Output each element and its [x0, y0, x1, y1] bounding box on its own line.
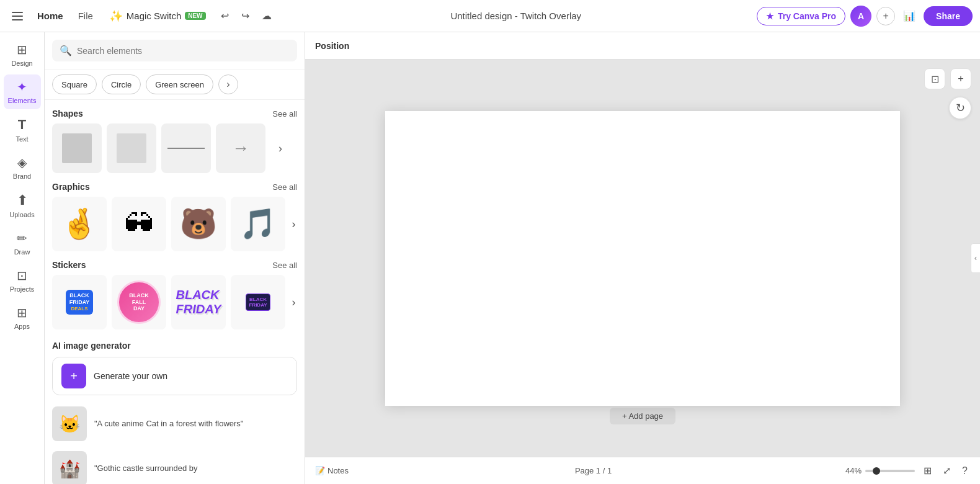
- zoom-level: 44%: [838, 466, 862, 475]
- filter-circle[interactable]: Circle: [102, 74, 141, 94]
- sticker-friday: BLACKFRIDAY: [176, 288, 221, 316]
- menu-button[interactable]: [7, 6, 27, 26]
- design-icon: ⊞: [17, 42, 27, 57]
- filter-square[interactable]: Square: [52, 74, 97, 94]
- quick-filters: Square Circle Green screen ›: [45, 69, 305, 100]
- menu-icon: [12, 16, 23, 17]
- graphic-item-1[interactable]: 🤞: [52, 197, 107, 251]
- ai-sample-text-2: "Gothic castle surrounded by: [94, 463, 197, 474]
- generate-button[interactable]: + Generate your own: [52, 357, 297, 395]
- magic-switch-button[interactable]: ✨ Magic Switch NEW: [103, 7, 212, 25]
- topbar-left: Home File ✨ Magic Switch NEW ↩ ↪ ☁: [7, 6, 275, 26]
- sidebar-label-draw: Draw: [14, 248, 30, 256]
- ai-thumb-1: 🐱: [52, 406, 87, 441]
- fullscreen-button[interactable]: ⤢: [940, 462, 953, 479]
- shapes-row: → ›: [52, 123, 297, 173]
- search-icon: 🔍: [60, 45, 72, 56]
- shape-arrow-item[interactable]: →: [216, 123, 265, 173]
- canvas-frame[interactable]: [385, 111, 900, 406]
- try-pro-label: Try Canva Pro: [778, 11, 836, 21]
- ai-sample-text-1: "A cute anime Cat in a forest with flowe…: [94, 418, 243, 429]
- shape-line: [167, 148, 205, 149]
- shape-line-item[interactable]: [161, 123, 211, 173]
- document-title[interactable]: Untitled design - Twitch Overlay: [444, 8, 587, 24]
- page-indicator: Page 1 / 1: [575, 466, 612, 475]
- redo-button[interactable]: ↪: [238, 6, 253, 25]
- share-button[interactable]: Share: [924, 6, 973, 26]
- hide-right-panel-button[interactable]: ‹: [971, 243, 980, 273]
- sidebar-item-draw[interactable]: ✏ Draw: [4, 226, 41, 261]
- stickers-row: BLACKFRIDAYDEALS BLACKFALLDAY BLACKFRIDA…: [52, 275, 297, 329]
- graphic-item-3[interactable]: 🐻: [171, 197, 226, 251]
- sidebar-item-apps[interactable]: ⊞ Apps: [4, 300, 41, 335]
- notes-label: Notes: [327, 466, 349, 475]
- ai-sample-2[interactable]: 🏰 "Gothic castle surrounded by: [52, 446, 297, 484]
- avatar-button[interactable]: A: [850, 6, 871, 27]
- sticker-dark: BLACKFRIDAY: [246, 294, 270, 311]
- stickers-more-arrow[interactable]: ›: [290, 277, 297, 327]
- sidebar-item-brand[interactable]: ◈ Brand: [4, 150, 41, 185]
- zoom-slider[interactable]: [865, 470, 915, 472]
- add-user-button[interactable]: +: [876, 7, 895, 25]
- filter-more-button[interactable]: ›: [218, 74, 238, 94]
- graphics-more-arrow[interactable]: ›: [290, 199, 297, 249]
- shape-square-light-item[interactable]: [107, 123, 156, 173]
- analytics-button[interactable]: 📊: [900, 7, 919, 25]
- ai-section-title: AI image generator: [52, 332, 297, 357]
- ai-thumb-2: 🏰: [52, 451, 87, 484]
- notes-icon: 📝: [315, 466, 325, 475]
- sticker-item-4[interactable]: BLACKFRIDAY: [231, 275, 285, 329]
- canvas-add-button[interactable]: +: [950, 68, 971, 89]
- sidebar-label-elements: Elements: [8, 97, 37, 104]
- help-button[interactable]: ?: [960, 463, 970, 479]
- generate-icon: +: [61, 364, 86, 388]
- shapes-section-header: Shapes See all: [52, 100, 297, 123]
- home-button[interactable]: Home: [32, 8, 68, 24]
- cloud-save-button[interactable]: ☁: [258, 6, 275, 25]
- add-page-bar: + Add page: [305, 403, 980, 429]
- notes-button[interactable]: 📝 Notes: [315, 466, 349, 475]
- undo-button[interactable]: ↩: [217, 6, 233, 25]
- rotate-button[interactable]: ↻: [949, 97, 971, 119]
- graphic-emoji-3: 🐻: [180, 207, 217, 241]
- bottom-bar: 📝 Notes Page 1 / 1 44% ⊞ ⤢ ?: [305, 457, 980, 484]
- graphic-item-2[interactable]: 🕶: [112, 197, 166, 251]
- file-button[interactable]: File: [73, 8, 98, 24]
- shape-square-light: [117, 133, 146, 163]
- ai-section: AI image generator + Generate your own 🐱…: [52, 332, 297, 484]
- shapes-more-arrow[interactable]: ›: [270, 123, 290, 173]
- try-pro-button[interactable]: ★ Try Canva Pro: [757, 7, 845, 25]
- sticker-item-3[interactable]: BLACKFRIDAY: [171, 275, 226, 329]
- zoom-controls: 44%: [838, 466, 915, 475]
- menu-icon: [12, 12, 23, 13]
- shape-arrow: →: [232, 138, 249, 158]
- sticker-item-1[interactable]: BLACKFRIDAYDEALS: [52, 275, 107, 329]
- shape-square-item[interactable]: [52, 123, 102, 173]
- search-bar: 🔍: [45, 32, 305, 69]
- sidebar-item-design[interactable]: ⊞ Design: [4, 37, 41, 72]
- grid-button[interactable]: ⊞: [921, 462, 934, 479]
- magic-icon: ✨: [109, 9, 123, 23]
- panel-content: Shapes See all → › Graphi: [45, 100, 305, 484]
- bottom-left: 📝 Notes: [315, 466, 349, 475]
- add-page-button[interactable]: + Add page: [610, 408, 675, 424]
- stickers-see-all[interactable]: See all: [272, 261, 297, 270]
- sidebar-label-design: Design: [11, 60, 32, 67]
- shapes-see-all[interactable]: See all: [272, 109, 297, 119]
- sidebar-item-uploads[interactable]: ⬆ Uploads: [4, 187, 41, 223]
- sidebar-item-elements[interactable]: ✦ Elements: [4, 74, 41, 109]
- canvas-main[interactable]: ⊡ + ↻ ‹ + Add page: [305, 60, 980, 457]
- canvas-frame-button[interactable]: ⊡: [924, 68, 945, 89]
- sidebar-item-projects[interactable]: ⊡ Projects: [4, 263, 41, 298]
- ai-sample-1[interactable]: 🐱 "A cute anime Cat in a forest with flo…: [52, 401, 297, 446]
- filter-green-screen[interactable]: Green screen: [146, 74, 213, 94]
- graphics-see-all[interactable]: See all: [272, 182, 297, 192]
- menu-icon: [12, 19, 23, 20]
- sticker-item-2[interactable]: BLACKFALLDAY: [112, 275, 166, 329]
- bottom-right: 44% ⊞ ⤢ ?: [838, 462, 970, 479]
- graphic-item-4[interactable]: 🎵: [231, 197, 285, 251]
- sidebar-item-text[interactable]: T Text: [4, 112, 41, 148]
- graphics-title: Graphics: [52, 182, 90, 192]
- uploads-icon: ⬆: [17, 192, 28, 208]
- search-input[interactable]: [77, 46, 290, 56]
